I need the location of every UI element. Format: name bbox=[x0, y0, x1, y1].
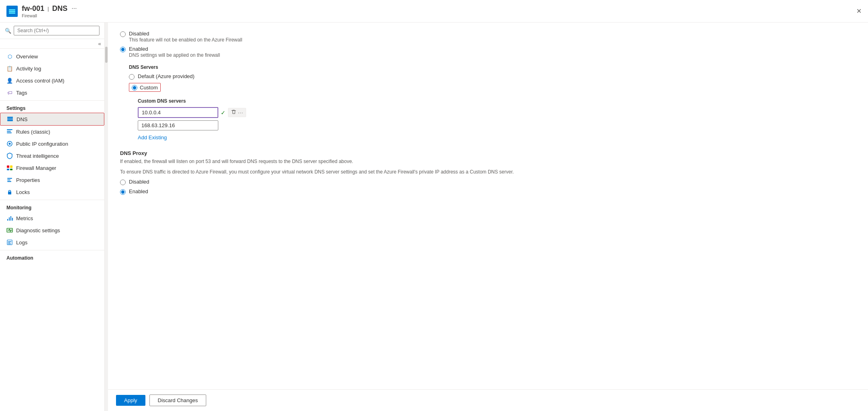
iam-icon: 👤 bbox=[6, 77, 13, 84]
disabled-radio[interactable] bbox=[120, 31, 126, 37]
logs-icon bbox=[6, 239, 13, 246]
content-scroll: Disabled This feature will not be enable… bbox=[108, 23, 868, 389]
resource-name: fw-001 bbox=[22, 4, 44, 13]
sidebar-search-wrap: 🔍 bbox=[0, 23, 104, 39]
custom-server-label[interactable]: Custom bbox=[140, 85, 158, 91]
disabled-desc: This feature will not be enabled on the … bbox=[129, 37, 242, 43]
svg-rect-13 bbox=[7, 169, 9, 170]
sidebar-item-diagnostic[interactable]: Diagnostic settings bbox=[0, 224, 104, 236]
proxy-desc-2: To ensure DNS traffic is directed to Azu… bbox=[120, 168, 856, 176]
resource-type: Firewall bbox=[22, 13, 77, 18]
enabled-label[interactable]: Enabled bbox=[129, 46, 220, 52]
separator: | bbox=[48, 6, 49, 12]
properties-icon bbox=[6, 177, 13, 183]
svg-rect-28 bbox=[8, 244, 11, 244]
pip-icon bbox=[6, 140, 13, 147]
activity-icon: 📋 bbox=[6, 65, 13, 72]
collapse-sidebar-button[interactable]: « bbox=[98, 41, 101, 47]
svg-rect-27 bbox=[8, 242, 10, 243]
svg-rect-2 bbox=[9, 12, 15, 14]
search-icon: 🔍 bbox=[5, 28, 11, 34]
sidebar-label-iam: Access control (IAM) bbox=[16, 78, 64, 84]
sidebar-item-rules[interactable]: Rules (classic) bbox=[0, 126, 104, 138]
svg-rect-17 bbox=[7, 181, 11, 182]
dns-action-icons-1: ··· bbox=[228, 108, 246, 117]
enabled-option: Enabled DNS settings will be applied on … bbox=[120, 46, 856, 58]
more-icon-1[interactable]: ··· bbox=[238, 110, 243, 116]
default-server-label[interactable]: Default (Azure provided) bbox=[138, 73, 195, 79]
proxy-enabled-label[interactable]: Enabled bbox=[129, 188, 148, 194]
title-group: fw-001 | DNS ··· Firewall bbox=[22, 4, 77, 18]
search-input[interactable] bbox=[14, 26, 99, 35]
proxy-disabled-label[interactable]: Disabled bbox=[129, 179, 149, 185]
dns-server-input-1[interactable] bbox=[138, 107, 218, 118]
svg-rect-8 bbox=[7, 132, 12, 133]
proxy-disabled-option: Disabled bbox=[120, 179, 856, 185]
top-level-dns-radio-group: Disabled This feature will not be enable… bbox=[120, 31, 856, 58]
sidebar-item-logs[interactable]: Logs bbox=[0, 236, 104, 248]
svg-rect-4 bbox=[7, 118, 13, 120]
sidebar-item-activity-log[interactable]: 📋 Activity log bbox=[0, 62, 104, 74]
svg-rect-3 bbox=[7, 117, 13, 118]
automation-section-header: Automation bbox=[0, 250, 104, 262]
svg-rect-7 bbox=[7, 131, 11, 132]
sidebar-item-metrics[interactable]: Metrics bbox=[0, 212, 104, 224]
sidebar-item-threat-intel[interactable]: Threat intelligence bbox=[0, 150, 104, 162]
default-server-option: Default (Azure provided) bbox=[129, 73, 856, 80]
add-existing-button[interactable]: Add Existing bbox=[138, 133, 167, 142]
svg-rect-0 bbox=[9, 9, 15, 10]
scrollbar-thumb[interactable] bbox=[105, 47, 108, 63]
sidebar-item-properties[interactable]: Properties bbox=[0, 174, 104, 186]
proxy-enabled-radio[interactable] bbox=[120, 189, 126, 195]
dns-servers-subsection: DNS Servers Default (Azure provided) Cus… bbox=[129, 64, 856, 142]
page-title: DNS bbox=[52, 4, 67, 13]
custom-dns-title: Custom DNS servers bbox=[138, 98, 856, 104]
sidebar-nav: ⬡ Overview 📋 Activity log 👤 Access contr… bbox=[0, 49, 104, 411]
sidebar-item-iam[interactable]: 👤 Access control (IAM) bbox=[0, 74, 104, 87]
default-server-radio[interactable] bbox=[129, 74, 135, 80]
metrics-icon bbox=[6, 215, 13, 221]
sidebar: 🔍 « ⬡ Overview 📋 Activity log 👤 Access c… bbox=[0, 23, 105, 411]
sidebar-item-public-ip[interactable]: Public IP configuration bbox=[0, 138, 104, 150]
sidebar-item-firewall-manager[interactable]: Firewall Manager bbox=[0, 162, 104, 174]
custom-radio-highlight: Custom bbox=[129, 83, 161, 92]
sidebar-label-metrics: Metrics bbox=[16, 215, 33, 221]
svg-rect-19 bbox=[7, 219, 8, 221]
proxy-disabled-radio[interactable] bbox=[120, 180, 126, 185]
sidebar-item-overview[interactable]: ⬡ Overview bbox=[0, 50, 104, 62]
sidebar-item-locks[interactable]: Locks bbox=[0, 186, 104, 198]
svg-rect-16 bbox=[7, 180, 10, 180]
custom-server-radio[interactable] bbox=[132, 85, 137, 91]
svg-rect-15 bbox=[7, 178, 12, 179]
sidebar-scrollbar[interactable] bbox=[105, 23, 108, 411]
sidebar-item-dns[interactable]: DNS bbox=[0, 113, 104, 126]
custom-server-option: Custom bbox=[129, 83, 856, 92]
rules-icon bbox=[6, 128, 13, 135]
dns-server-input-2[interactable] bbox=[138, 120, 218, 130]
apply-button[interactable]: Apply bbox=[116, 395, 145, 406]
custom-dns-block: Custom DNS servers ✓ ··· bbox=[138, 98, 856, 142]
svg-rect-18 bbox=[8, 192, 11, 194]
svg-rect-21 bbox=[10, 216, 11, 221]
more-options-button[interactable]: ··· bbox=[71, 5, 77, 12]
overview-icon: ⬡ bbox=[6, 53, 13, 60]
dns-proxy-section: DNS Proxy If enabled, the firewall will … bbox=[120, 150, 856, 195]
discard-button[interactable]: Discard Changes bbox=[149, 394, 207, 406]
sidebar-label-properties: Properties bbox=[16, 177, 40, 183]
dns-server-type-group: Default (Azure provided) Custom bbox=[129, 73, 856, 92]
delete-icon-1[interactable] bbox=[231, 109, 236, 116]
sidebar-label-overview: Overview bbox=[16, 54, 38, 60]
top-bar: fw-001 | DNS ··· Firewall ✕ bbox=[0, 0, 868, 23]
disabled-label[interactable]: Disabled bbox=[129, 31, 242, 37]
enabled-radio[interactable] bbox=[120, 47, 126, 52]
sidebar-label-dns: DNS bbox=[17, 116, 27, 122]
proxy-title: DNS Proxy bbox=[120, 150, 856, 156]
proxy-enabled-option: Enabled bbox=[120, 188, 856, 195]
svg-rect-14 bbox=[10, 169, 12, 170]
svg-rect-11 bbox=[7, 165, 9, 168]
close-button[interactable]: ✕ bbox=[856, 7, 862, 15]
fwmgr-icon bbox=[6, 165, 13, 171]
sidebar-item-tags[interactable]: 🏷 Tags bbox=[0, 87, 104, 99]
sidebar-label-threat: Threat intelligence bbox=[16, 153, 59, 159]
dns-servers-title: DNS Servers bbox=[129, 64, 856, 70]
